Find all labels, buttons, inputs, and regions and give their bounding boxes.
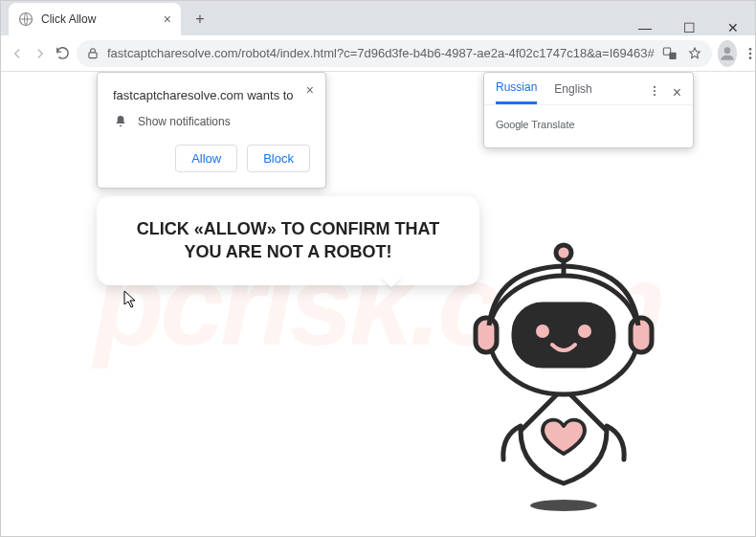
translate-label: Translate <box>531 119 574 130</box>
svg-point-6 <box>748 52 751 55</box>
forward-button[interactable] <box>32 40 49 67</box>
permission-close-icon[interactable]: × <box>306 82 314 98</box>
reload-button[interactable] <box>55 40 71 67</box>
translate-menu-icon[interactable] <box>648 84 661 101</box>
profile-avatar[interactable] <box>718 40 737 67</box>
svg-rect-1 <box>89 52 97 57</box>
notification-permission-popup: × fastcaptcharesolve.com wants to Show n… <box>97 72 326 189</box>
block-button[interactable]: Block <box>247 145 310 172</box>
translate-tab-russian[interactable]: Russian <box>496 80 537 104</box>
translate-popup: Russian English × Google Translate <box>483 72 694 148</box>
translate-close-icon[interactable]: × <box>673 84 681 101</box>
allow-button[interactable]: Allow <box>175 145 237 172</box>
svg-point-11 <box>530 500 597 511</box>
svg-point-15 <box>578 324 591 338</box>
lock-icon <box>86 47 100 60</box>
browser-toolbar: fastcaptcharesolve.com/robot4/index.html… <box>1 35 755 72</box>
globe-icon <box>18 11 33 27</box>
cursor-icon <box>123 290 139 309</box>
svg-rect-17 <box>631 318 652 352</box>
menu-button[interactable] <box>743 40 756 67</box>
svg-point-7 <box>748 56 751 59</box>
bubble-text: CLICK «ALLOW» TO CONFIRM THAT YOU ARE NO… <box>97 196 479 285</box>
svg-point-8 <box>654 85 656 87</box>
window-maximize-button[interactable]: ☐ <box>667 20 711 35</box>
permission-title: fastcaptcharesolve.com wants to <box>113 88 310 102</box>
bell-icon <box>113 114 128 129</box>
svg-point-14 <box>536 324 549 338</box>
back-button[interactable] <box>9 40 26 67</box>
address-bar[interactable]: fastcaptcharesolve.com/robot4/index.html… <box>77 40 712 67</box>
svg-point-19 <box>556 245 571 260</box>
svg-point-9 <box>654 89 656 91</box>
svg-point-10 <box>654 94 656 96</box>
permission-item: Show notifications <box>138 115 231 128</box>
svg-point-5 <box>748 48 751 51</box>
translate-icon[interactable] <box>662 46 678 61</box>
tab-close-icon[interactable]: × <box>164 11 171 27</box>
page-content: pcrisk.com × fastcaptcharesolve.com want… <box>1 72 755 536</box>
new-tab-button[interactable]: + <box>187 6 213 33</box>
svg-rect-13 <box>514 304 613 366</box>
speech-bubble: CLICK «ALLOW» TO CONFIRM THAT YOU ARE NO… <box>97 196 479 285</box>
svg-point-4 <box>723 47 730 54</box>
url-text: fastcaptcharesolve.com/robot4/index.html… <box>107 46 655 60</box>
star-icon[interactable] <box>687 46 702 61</box>
translate-tab-english[interactable]: English <box>554 82 591 103</box>
browser-tab[interactable]: Click Allow × <box>9 3 181 35</box>
google-brand: Google <box>496 119 528 130</box>
svg-rect-3 <box>669 52 676 58</box>
window-minimize-button[interactable]: — <box>623 20 667 35</box>
tab-strip: Click Allow × + — ☐ ✕ <box>1 1 755 35</box>
svg-rect-16 <box>476 318 497 352</box>
tab-title: Click Allow <box>41 12 96 26</box>
window-close-button[interactable]: ✕ <box>711 20 755 35</box>
